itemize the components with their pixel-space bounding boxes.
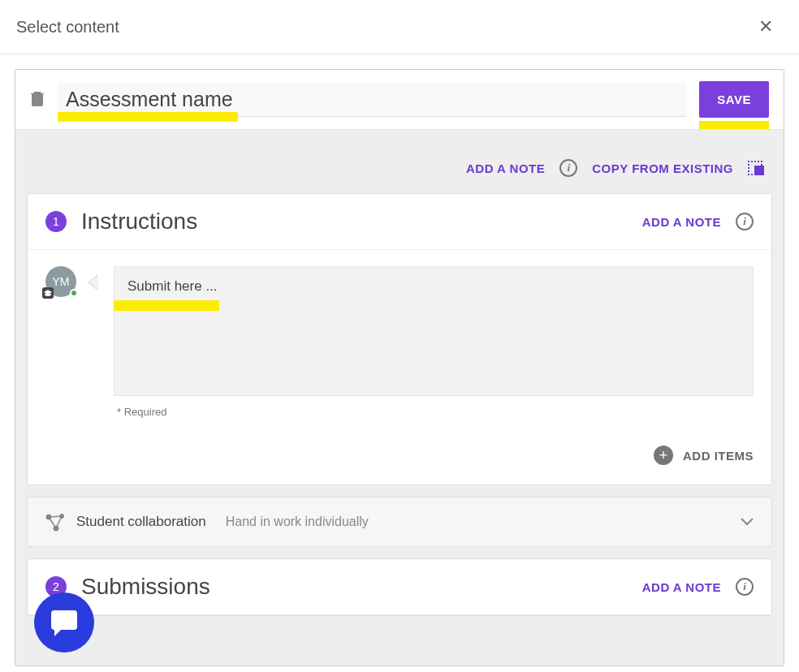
instructions-textarea[interactable]: [114, 266, 754, 396]
assessment-name-wrap: [58, 83, 686, 117]
collab-title: Student collaboration: [76, 514, 206, 530]
submissions-header: 2 Submissions ADD A NOTE i: [28, 559, 771, 615]
instructions-card: 1 Instructions ADD A NOTE i YM: [27, 193, 772, 485]
network-icon: [45, 512, 65, 532]
top-actions-row: ADD A NOTE i COPY FROM EXISTING: [15, 130, 784, 193]
instruction-comment-row: YM * Required: [45, 266, 754, 418]
required-note: * Required: [114, 406, 754, 418]
save-button[interactable]: SAVE: [699, 81, 769, 118]
instructions-title: Instructions: [81, 209, 628, 235]
plus-icon: +: [654, 446, 673, 465]
info-icon[interactable]: i: [736, 213, 754, 230]
modal-title: Select content: [16, 18, 119, 37]
info-icon[interactable]: i: [736, 578, 754, 596]
collab-subtitle: Hand in work individually: [226, 515, 369, 529]
svg-line-4: [49, 517, 56, 528]
section-number-badge: 1: [45, 211, 67, 232]
top-bar: SAVE: [15, 70, 784, 130]
add-note-button-top[interactable]: ADD A NOTE: [466, 162, 545, 175]
chevron-down-icon: [741, 515, 754, 529]
highlight-marker: [699, 121, 769, 129]
add-note-button-instructions[interactable]: ADD A NOTE: [642, 215, 721, 229]
submissions-title: Submissions: [81, 574, 628, 600]
add-note-button-submissions[interactable]: ADD A NOTE: [642, 580, 721, 594]
modal-header: Select content ✕: [0, 0, 799, 54]
add-items-label: ADD ITEMS: [683, 449, 754, 463]
add-items-row[interactable]: + ADD ITEMS: [45, 446, 754, 465]
trash-icon[interactable]: [30, 90, 45, 110]
chat-help-button[interactable]: [34, 592, 94, 653]
copy-icon[interactable]: [748, 161, 764, 175]
copy-from-existing-button[interactable]: COPY FROM EXISTING: [592, 162, 733, 175]
svg-line-3: [49, 516, 62, 517]
scroll-area[interactable]: ADD A NOTE i COPY FROM EXISTING 1 Instru…: [15, 130, 784, 666]
student-collaboration-row[interactable]: Student collaboration Hand in work indiv…: [27, 497, 772, 547]
submissions-card: 2 Submissions ADD A NOTE i: [27, 558, 772, 616]
speech-caret-icon: [88, 274, 97, 291]
content-box: SAVE ADD A NOTE i COPY FROM EXISTING 1 I…: [15, 69, 784, 666]
grad-cap-icon: [42, 287, 54, 299]
avatar-wrap: YM: [45, 266, 76, 297]
svg-line-5: [56, 516, 62, 528]
info-icon[interactable]: i: [559, 159, 577, 177]
online-status-dot: [70, 289, 78, 297]
instructions-header: 1 Instructions ADD A NOTE i: [28, 194, 771, 250]
close-button[interactable]: ✕: [752, 13, 780, 41]
assessment-name-input[interactable]: [58, 83, 686, 117]
